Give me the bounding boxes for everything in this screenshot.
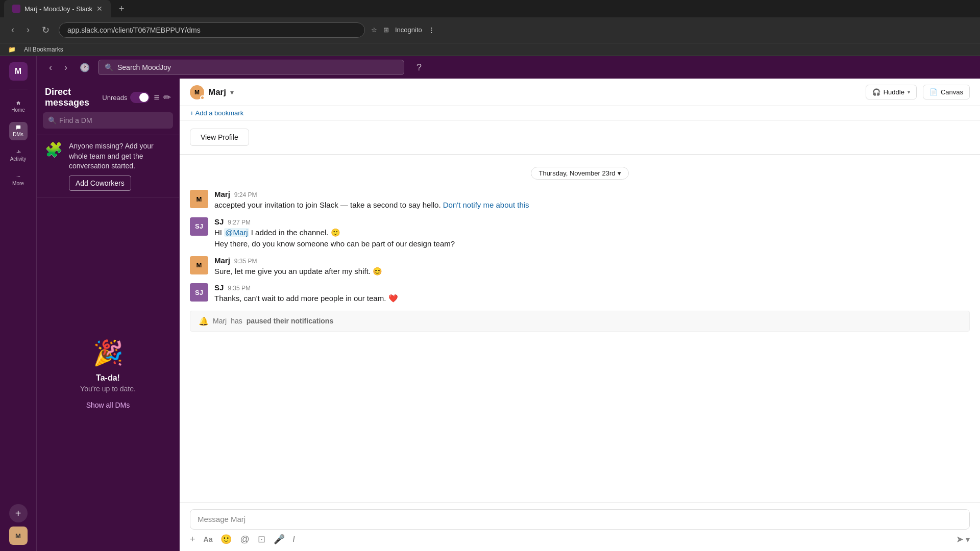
tada-title: Ta-da! bbox=[96, 373, 120, 383]
tab-close-btn[interactable]: ✕ bbox=[96, 5, 103, 13]
view-profile-btn[interactable]: View Profile bbox=[190, 129, 249, 146]
message-row: M Marj 9:35 PM Sure, let me give you an … bbox=[190, 256, 970, 278]
msg-avatar-marj-1: M bbox=[190, 190, 208, 208]
search-bar[interactable]: 🔍 Search MoodJoy bbox=[98, 60, 404, 75]
sidebar-title: Direct messages bbox=[45, 87, 102, 108]
rail-divider bbox=[9, 89, 28, 89]
rail-bottom: + M bbox=[9, 504, 28, 545]
msg-link-1[interactable]: Don't notify me about this bbox=[443, 201, 529, 209]
channel-title[interactable]: M Marj ▾ bbox=[190, 85, 234, 99]
msg-mention-sj: @Marj bbox=[224, 228, 249, 237]
notification-banner: 🔔 Marj has paused their notifications bbox=[190, 311, 970, 332]
nav-activity[interactable]: Activity bbox=[9, 146, 28, 165]
msg-body-4: SJ 9:35 PM Thanks, can't wait to add mor… bbox=[214, 283, 970, 305]
forward-nav-btn[interactable]: › bbox=[60, 60, 71, 75]
mention-tool-btn[interactable]: @ bbox=[240, 534, 249, 545]
msg-text-2-line2: Hey there, do you know someone who can b… bbox=[214, 238, 970, 250]
toolbar-right: ☆ ⊞ Incognito ⋮ bbox=[371, 26, 435, 34]
active-tab[interactable]: Marj - MoodJoy - Slack ✕ bbox=[4, 0, 111, 17]
msg-text-1-plain: accepted your invitation to join Slack —… bbox=[214, 201, 441, 209]
channel-header: M Marj ▾ 🎧 Huddle ▾ 📄 bbox=[180, 79, 980, 106]
tada-emoji: 🎉 bbox=[93, 339, 124, 367]
msg-body-3: Marj 9:35 PM Sure, let me give you an up… bbox=[214, 256, 970, 278]
nav-home[interactable]: Home bbox=[9, 97, 28, 116]
audio-tool-btn[interactable]: 🎤 bbox=[274, 534, 285, 545]
send-chevron[interactable]: ▾ bbox=[966, 535, 970, 544]
add-tool-btn[interactable]: + bbox=[190, 534, 195, 545]
date-chip-label: Thursday, November 23rd bbox=[538, 169, 615, 177]
bookmark-star-icon[interactable]: ☆ bbox=[371, 26, 377, 34]
search-placeholder: Search MoodJoy bbox=[117, 63, 171, 71]
address-bar[interactable]: app.slack.com/client/T067MEBPPUY/dms bbox=[59, 22, 365, 38]
msg-text-2-rest: I added in the channel. 🙂 bbox=[249, 228, 340, 237]
canvas-btn[interactable]: 📄 Canvas bbox=[923, 85, 970, 99]
search-icon: 🔍 bbox=[105, 63, 113, 71]
channel-name: Marj bbox=[208, 87, 226, 97]
dm-search-container: 🔍 bbox=[37, 112, 179, 135]
message-row: M Marj 9:24 PM accepted your invitation … bbox=[190, 190, 970, 211]
msg-header-3: Marj 9:35 PM bbox=[214, 256, 970, 265]
msg-text-4: Thanks, can't wait to add more people in… bbox=[214, 293, 970, 305]
refresh-btn[interactable]: ↻ bbox=[39, 21, 53, 39]
format-tool-btn[interactable]: Aa bbox=[204, 535, 213, 543]
msg-author-1: Marj bbox=[214, 190, 230, 198]
tada-subtitle: You're up to date. bbox=[80, 385, 136, 393]
msg-body-2: SJ 9:27 PM HI @Marj I added in the chann… bbox=[214, 217, 970, 250]
back-nav-btn[interactable]: ‹ bbox=[45, 60, 56, 75]
msg-avatar-marj-2: M bbox=[190, 256, 208, 274]
msg-author-4: SJ bbox=[214, 283, 224, 292]
add-coworkers-content: Anyone missing? Add your whole team and … bbox=[69, 141, 171, 191]
bell-icon: 🔔 bbox=[199, 316, 209, 326]
send-btn[interactable]: ➤ bbox=[956, 534, 964, 545]
bookmarks-folder-icon: 📁 bbox=[8, 46, 16, 53]
huddle-btn[interactable]: 🎧 Huddle ▾ bbox=[866, 85, 917, 99]
sidebar-header-actions: Unreads ≡ ✏ bbox=[102, 92, 171, 103]
extensions-icon[interactable]: ⋮ bbox=[428, 26, 435, 34]
forward-btn[interactable]: › bbox=[23, 21, 33, 38]
message-row: SJ SJ 9:35 PM Thanks, can't wait to add … bbox=[190, 283, 970, 305]
history-btn[interactable]: 🕐 bbox=[76, 61, 94, 74]
slash-tool-btn[interactable]: / bbox=[293, 535, 295, 543]
unreads-control: Unreads bbox=[102, 92, 150, 103]
user-avatar[interactable]: M bbox=[9, 527, 28, 545]
view-profile-section: View Profile bbox=[180, 120, 980, 155]
msg-time-2: 9:27 PM bbox=[228, 219, 251, 226]
new-tab-btn[interactable]: + bbox=[113, 0, 131, 17]
screen-tool-btn[interactable]: ⊡ bbox=[258, 534, 265, 545]
emoji-tool-btn[interactable]: 🙂 bbox=[220, 534, 232, 545]
msg-avatar-sj-1: SJ bbox=[190, 217, 208, 236]
msg-author-3: Marj bbox=[214, 256, 230, 265]
msg-time-4: 9:35 PM bbox=[228, 285, 251, 292]
add-workspace-btn[interactable]: + bbox=[9, 504, 28, 522]
back-btn[interactable]: ‹ bbox=[8, 21, 17, 38]
show-all-dms-link[interactable]: Show all DMs bbox=[86, 401, 130, 409]
slack-content: ‹ › 🕐 🔍 Search MoodJoy ? Direct messages bbox=[37, 56, 980, 551]
main-chat: M Marj ▾ 🎧 Huddle ▾ 📄 bbox=[180, 79, 980, 551]
nav-more-label: More bbox=[12, 181, 24, 186]
filter-icon[interactable]: ≡ bbox=[154, 92, 159, 103]
date-chip[interactable]: Thursday, November 23rd ▾ bbox=[531, 167, 628, 180]
add-coworkers-btn[interactable]: Add Coworkers bbox=[69, 176, 131, 191]
compose-icon[interactable]: ✏ bbox=[163, 92, 171, 103]
find-dm-input[interactable] bbox=[43, 112, 173, 129]
nav-more[interactable]: More bbox=[9, 171, 28, 189]
workspace-avatar[interactable]: M bbox=[9, 62, 28, 81]
add-coworkers-text: Anyone missing? Add your whole team and … bbox=[69, 141, 171, 171]
nav-dms-label: DMs bbox=[13, 132, 23, 137]
bookmark-add-btn[interactable]: + Add a bookmark bbox=[190, 109, 243, 117]
dm-empty-state: 🎉 Ta-da! You're up to date. Show all DMs bbox=[37, 197, 179, 551]
unreads-toggle[interactable] bbox=[130, 92, 150, 103]
msg-body-1: Marj 9:24 PM accepted your invitation to… bbox=[214, 190, 970, 211]
help-btn[interactable]: ? bbox=[416, 62, 422, 73]
dms-icon bbox=[13, 125, 23, 130]
message-input-box[interactable]: Message Marj bbox=[190, 509, 970, 530]
browser-toolbar: ‹ › ↻ app.slack.com/client/T067MEBPPUY/d… bbox=[0, 17, 980, 43]
split-view-icon[interactable]: ⊞ bbox=[383, 26, 389, 34]
msg-avatar-sj-2: SJ bbox=[190, 283, 208, 302]
nav-dms[interactable]: DMs bbox=[9, 122, 28, 140]
msg-time-1: 9:24 PM bbox=[234, 191, 257, 198]
headphones-icon: 🎧 bbox=[872, 88, 880, 96]
sidebar-header: Direct messages Unreads ≡ ✏ bbox=[37, 79, 179, 112]
more-icon bbox=[13, 174, 23, 179]
add-coworkers-section: 🧩 Anyone missing? Add your whole team an… bbox=[37, 135, 179, 197]
